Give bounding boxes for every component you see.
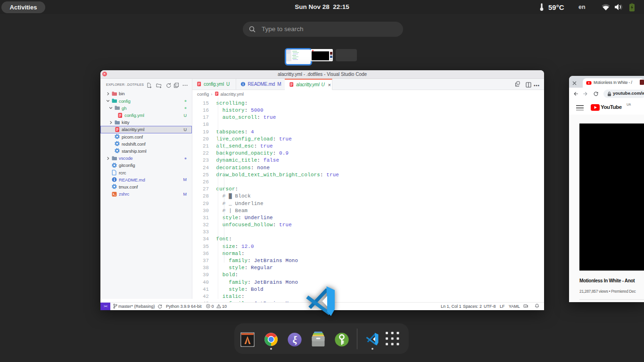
svg-text:ξ: ξ bbox=[293, 334, 297, 346]
